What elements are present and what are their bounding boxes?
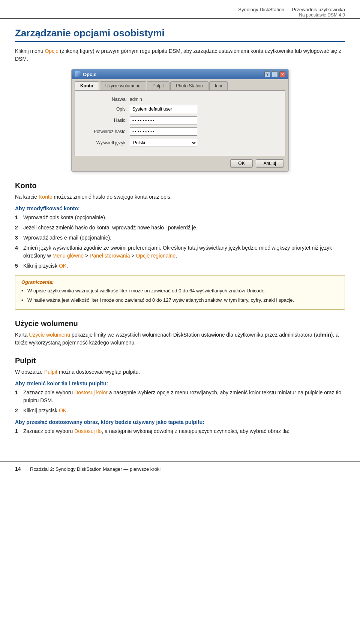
dialog-app-icon bbox=[75, 71, 81, 77]
tab-photo-station[interactable]: Photo Station bbox=[170, 81, 208, 90]
form-row-nazwa: Nazwa: admin bbox=[81, 97, 279, 102]
tab-uzycie-wolumenu[interactable]: Użycie wolumenu bbox=[100, 81, 146, 90]
dialog-window-controls: ? _ ✕ bbox=[264, 71, 285, 77]
section-uzycie-intro: Karta Użycie wolumenu pokazuje limity we… bbox=[15, 331, 345, 347]
uzycie-highlight: Użycie wolumenu bbox=[29, 332, 70, 338]
form-input-haslo[interactable] bbox=[130, 116, 197, 124]
form-label-nazwa: Nazwa: bbox=[81, 97, 130, 102]
form-value-nazwa: admin bbox=[130, 97, 142, 102]
form-row-opis: Opis: bbox=[81, 105, 279, 113]
section-konto: Konto Na karcie Konto możesz zmienić has… bbox=[15, 181, 345, 310]
restriction-box: Ograniczenia: ▪ W opisie użytkownika waż… bbox=[15, 275, 345, 310]
section-konto-heading: Konto bbox=[15, 181, 345, 190]
step-tapeta-1: 1 Zaznacz pole wyboru Dostosuj tło, a na… bbox=[15, 427, 345, 435]
minimize-button[interactable]: _ bbox=[272, 71, 278, 77]
form-label-opis: Opis: bbox=[81, 106, 130, 112]
step-kolor-1: 1 Zaznacz pole wyboru Dostosuj kolor a n… bbox=[15, 389, 345, 404]
form-row-jezyk: Wyświetl język: Polski bbox=[81, 139, 279, 147]
konto-highlight: Konto bbox=[39, 194, 52, 200]
form-input-opis[interactable] bbox=[130, 105, 197, 113]
form-input-potwierdz-haslo[interactable] bbox=[130, 127, 197, 136]
form-label-jezyk: Wyświetl język: bbox=[81, 140, 130, 145]
link-opcje-regionalne: Opcje regionalne bbox=[136, 253, 176, 259]
step-heading-tapeta: Aby przesłać dostosowany obraz, który bę… bbox=[15, 419, 345, 425]
dialog-window: Opcje ? _ ✕ Konto Użycie wolumenu Pulpit… bbox=[71, 69, 289, 172]
section-pulpit-intro: W obszarze Pulpit można dostosować wyglą… bbox=[15, 368, 345, 376]
tab-inni[interactable]: Inni bbox=[209, 81, 228, 90]
form-row-potwierdz-haslo: Potwierdź hasło: bbox=[81, 127, 279, 136]
page-title: Zarządzanie opcjami osobistymi bbox=[15, 27, 345, 42]
intro-text-after: (z ikoną figury) w prawym górnym rogu pu… bbox=[15, 48, 341, 62]
step-list-konto: 1 Wprowadź opis konta (opcjonalnie). 2 J… bbox=[15, 214, 345, 270]
section-uzycie-heading: Użycie wolumenu bbox=[15, 319, 345, 328]
section-konto-intro: Na karcie Konto możesz zmienić hasło do … bbox=[15, 193, 345, 201]
form-select-jezyk[interactable]: Polski bbox=[130, 139, 197, 147]
admin-bold: admin bbox=[315, 332, 331, 338]
step-list-kolor: 1 Zaznacz pole wyboru Dostosuj kolor a n… bbox=[15, 389, 345, 415]
form-select-wrap-jezyk: Polski bbox=[130, 139, 197, 147]
restriction-item-1: ▪ W opisie użytkownika ważna jest wielko… bbox=[21, 287, 339, 295]
dialog-titlebar: Opcje ? _ ✕ bbox=[72, 69, 288, 79]
header-subtitle: Na podstawie DSM 4.0 bbox=[15, 12, 345, 18]
page-header: Synology DiskStation — Przewodnik użytko… bbox=[0, 0, 360, 19]
restriction-list: ▪ W opisie użytkownika ważna jest wielko… bbox=[21, 287, 339, 304]
step-item-4: 4 Zmień język wyświetlania zgodnie ze sw… bbox=[15, 244, 345, 260]
form-row-haslo: Hasło: bbox=[81, 116, 279, 124]
section-uzycie-wolumenu: Użycie wolumenu Karta Użycie wolumenu po… bbox=[15, 319, 345, 347]
link-panel-sterowania: Panel sterowania bbox=[90, 253, 130, 259]
dialog-footer: OK Anuluj bbox=[72, 156, 288, 171]
step-item-1: 1 Wprowadź opis konta (opcjonalnie). bbox=[15, 214, 345, 222]
dialog-tabs: Konto Użycie wolumenu Pulpit Photo Stati… bbox=[72, 79, 288, 90]
kolor-ok-link: OK bbox=[59, 407, 66, 413]
dostosuj-tlo-link: Dostosuj tło bbox=[74, 428, 102, 434]
page-number: 14 bbox=[15, 466, 30, 472]
help-button[interactable]: ? bbox=[264, 71, 270, 77]
step-list-tapeta: 1 Zaznacz pole wyboru Dostosuj tło, a na… bbox=[15, 427, 345, 435]
section-pulpit-heading: Pulpit bbox=[15, 356, 345, 365]
step5-ok: OK bbox=[59, 263, 66, 269]
step-item-5: 5 Kliknij przycisk OK. bbox=[15, 262, 345, 270]
dialog-title-text: Opcje bbox=[83, 72, 96, 77]
section-pulpit: Pulpit W obszarze Pulpit można dostosowa… bbox=[15, 356, 345, 435]
pulpit-highlight: Pulpit bbox=[44, 369, 57, 375]
restriction-text-2: W haśle ważna jest wielkość liter i może… bbox=[27, 297, 294, 304]
tab-pulpit[interactable]: Pulpit bbox=[147, 81, 170, 90]
intro-paragraph: Kliknij menu Opcje (z ikoną figury) w pr… bbox=[15, 47, 345, 63]
ok-button[interactable]: OK bbox=[230, 159, 252, 168]
form-label-haslo: Hasło: bbox=[81, 118, 130, 123]
step-item-3: 3 Wprowadź adres e-mail (opcjonalnie). bbox=[15, 234, 345, 242]
form-label-potwierdz-haslo: Potwierdź hasło: bbox=[81, 129, 130, 134]
tab-konto[interactable]: Konto bbox=[75, 81, 99, 90]
intro-highlight: Opcje bbox=[45, 48, 58, 54]
dialog-title-label: Opcje bbox=[75, 71, 96, 77]
step-heading-konto: Aby zmodyfikować konto: bbox=[15, 205, 345, 211]
footer-text: Rozdział 2: Synology DiskStation Manager… bbox=[30, 466, 160, 472]
restriction-item-2: ▪ W haśle ważna jest wielkość liter i mo… bbox=[21, 297, 339, 304]
restriction-text-1: W opisie użytkownika ważna jest wielkość… bbox=[27, 287, 266, 295]
page-footer: 14 Rozdział 2: Synology DiskStation Mana… bbox=[0, 461, 360, 476]
restriction-title: Ograniczenia: bbox=[21, 279, 339, 285]
dialog-body: Nazwa: admin Opis: Hasło: Potwierdź hasł… bbox=[75, 90, 285, 156]
step-kolor-2: 2 Kliknij przycisk OK. bbox=[15, 407, 345, 415]
main-content: Zarządzanie opcjami osobistymi Kliknij m… bbox=[0, 21, 360, 450]
header-title: Synology DiskStation — Przewodnik użytko… bbox=[15, 7, 345, 12]
close-button[interactable]: ✕ bbox=[279, 71, 285, 77]
step-heading-kolor: Aby zmienić kolor tła i tekstu pulpitu: bbox=[15, 380, 345, 386]
step-item-2: 2 Jeżeli chcesz zmienić hasło do konta, … bbox=[15, 224, 345, 232]
dostosuj-kolor-link: Dostosuj kolor bbox=[74, 389, 108, 395]
intro-text-before: Kliknij menu bbox=[15, 48, 45, 54]
link-menu-glowne: Menu główne bbox=[52, 253, 84, 259]
cancel-button[interactable]: Anuluj bbox=[256, 159, 284, 168]
